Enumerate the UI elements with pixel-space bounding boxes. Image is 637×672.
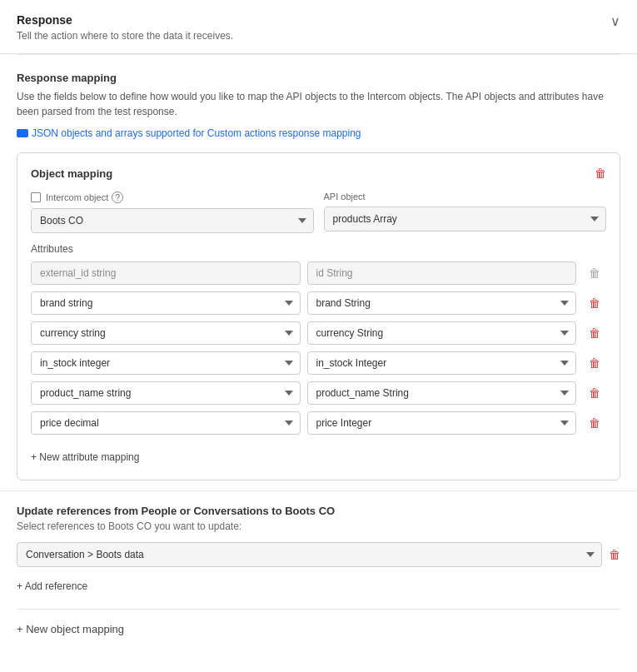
mapping-title: Response mapping bbox=[17, 72, 620, 84]
intercom-attr-select-4[interactable]: in_stock integer bbox=[31, 351, 301, 375]
intercom-object-select[interactable]: Boots CO bbox=[31, 208, 314, 233]
api-attr-select-2[interactable]: brand String bbox=[307, 291, 577, 315]
link-icon bbox=[17, 129, 28, 137]
response-section: Response Tell the action where to store … bbox=[0, 0, 637, 649]
response-title: Response bbox=[17, 13, 233, 27]
reference-select[interactable]: Conversation > Boots data bbox=[17, 542, 602, 567]
response-mapping-section: Response mapping Use the fields below to… bbox=[0, 55, 637, 480]
attr-delete-button-5[interactable]: 🗑 bbox=[583, 381, 606, 405]
card-title: Object mapping bbox=[31, 167, 112, 180]
collapse-icon[interactable]: ∨ bbox=[610, 13, 620, 29]
attr-delete-button-3[interactable]: 🗑 bbox=[583, 321, 606, 345]
attr-delete-button-4[interactable]: 🗑 bbox=[583, 351, 606, 375]
delete-card-button[interactable]: 🗑 bbox=[595, 167, 606, 180]
attribute-row: brand string brand String 🗑 bbox=[31, 291, 606, 315]
api-attr-select-1[interactable]: id String bbox=[307, 261, 577, 285]
api-attr-select-3[interactable]: currency String bbox=[307, 321, 577, 345]
attribute-row: price decimal price Integer 🗑 bbox=[31, 411, 606, 435]
api-object-col: API object products Array bbox=[324, 192, 607, 233]
help-icon[interactable]: ? bbox=[112, 192, 123, 203]
intercom-attr-select-3[interactable]: currency string bbox=[31, 321, 301, 345]
ref-delete-button[interactable]: 🗑 bbox=[609, 548, 620, 561]
api-attr-select-4[interactable]: in_stock Integer bbox=[307, 351, 577, 375]
intercom-attr-select-2[interactable]: brand string bbox=[31, 291, 301, 315]
intercom-icon bbox=[31, 192, 41, 202]
attr-delete-button-6[interactable]: 🗑 bbox=[583, 411, 606, 435]
ref-subtitle: Select references to Boots CO you want t… bbox=[17, 520, 620, 532]
intercom-attr-select-1[interactable]: external_id string bbox=[31, 261, 301, 285]
api-object-select[interactable]: products Array bbox=[324, 207, 607, 231]
intercom-attr-select-6[interactable]: price decimal bbox=[31, 411, 301, 435]
response-header: Response Tell the action where to store … bbox=[0, 0, 637, 54]
references-section: Update references from People or Convers… bbox=[0, 490, 637, 609]
new-object-button[interactable]: + New object mapping bbox=[0, 610, 141, 649]
response-header-text: Response Tell the action where to store … bbox=[17, 13, 233, 42]
attr-delete-button-2[interactable]: 🗑 bbox=[583, 291, 606, 315]
card-header: Object mapping 🗑 bbox=[31, 167, 606, 180]
api-object-label: API object bbox=[324, 192, 607, 202]
intercom-attr-select-5[interactable]: product_name string bbox=[31, 381, 301, 405]
new-object-section: + New object mapping bbox=[0, 609, 637, 649]
mapping-link-text: JSON objects and arrays supported for Cu… bbox=[32, 127, 361, 139]
attribute-row: currency string currency String 🗑 bbox=[31, 321, 606, 345]
ref-row: Conversation > Boots data 🗑 bbox=[17, 542, 620, 567]
api-attr-select-6[interactable]: price Integer bbox=[307, 411, 577, 435]
attributes-label: Attributes bbox=[31, 243, 606, 255]
attr-delete-button-1[interactable]: 🗑 bbox=[583, 261, 606, 285]
api-attr-select-5[interactable]: product_name String bbox=[307, 381, 577, 405]
attribute-row: external_id string id String 🗑 bbox=[31, 261, 606, 285]
intercom-object-label: Intercom object ? bbox=[31, 192, 314, 203]
object-columns: Intercom object ? Boots CO API object pr… bbox=[31, 192, 606, 233]
attributes-list: external_id string id String 🗑 brand str… bbox=[31, 261, 606, 435]
mapping-description: Use the fields below to define how would… bbox=[17, 89, 620, 119]
ref-title: Update references from People or Convers… bbox=[17, 505, 620, 517]
new-attribute-button[interactable]: + New attribute mapping bbox=[31, 448, 139, 466]
attribute-row: in_stock integer in_stock Integer 🗑 bbox=[31, 351, 606, 375]
mapping-link[interactable]: JSON objects and arrays supported for Cu… bbox=[17, 127, 361, 139]
intercom-object-col: Intercom object ? Boots CO bbox=[31, 192, 314, 233]
attribute-row: product_name string product_name String … bbox=[31, 381, 606, 405]
response-subtitle: Tell the action where to store the data … bbox=[17, 30, 233, 42]
object-mapping-card: Object mapping 🗑 Intercom object ? Boots… bbox=[17, 152, 620, 480]
add-reference-button[interactable]: + Add reference bbox=[17, 577, 87, 595]
